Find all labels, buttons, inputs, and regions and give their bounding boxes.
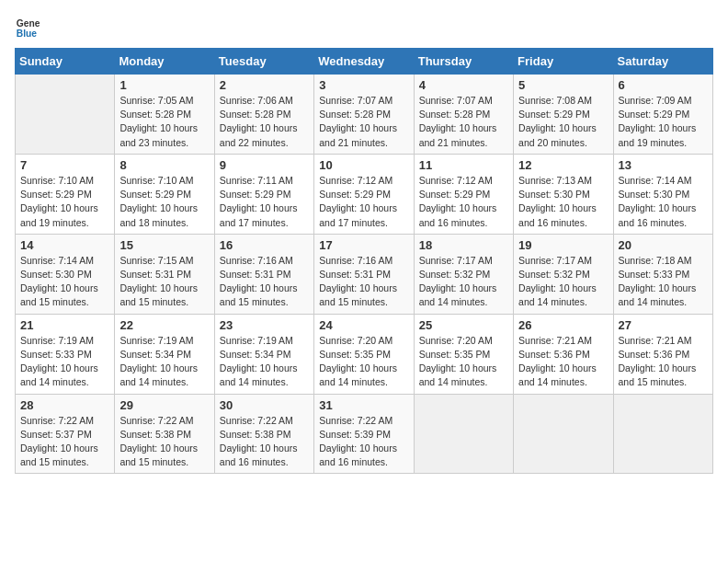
calendar-cell: 5Sunrise: 7:08 AM Sunset: 5:29 PM Daylig… bbox=[514, 75, 613, 155]
day-number: 18 bbox=[419, 238, 508, 252]
day-info: Sunrise: 7:22 AM Sunset: 5:38 PM Dayligh… bbox=[220, 414, 309, 470]
header-cell-tuesday: Tuesday bbox=[214, 49, 313, 75]
calendar-cell: 26Sunrise: 7:21 AM Sunset: 5:36 PM Dayli… bbox=[514, 314, 613, 394]
calendar-cell: 7Sunrise: 7:10 AM Sunset: 5:29 PM Daylig… bbox=[16, 154, 115, 234]
calendar-cell: 31Sunrise: 7:22 AM Sunset: 5:39 PM Dayli… bbox=[314, 394, 414, 474]
calendar-cell: 17Sunrise: 7:16 AM Sunset: 5:31 PM Dayli… bbox=[314, 234, 414, 314]
header: General Blue bbox=[15, 15, 713, 40]
day-number: 11 bbox=[419, 158, 508, 172]
week-row-3: 21Sunrise: 7:19 AM Sunset: 5:33 PM Dayli… bbox=[16, 314, 713, 394]
day-info: Sunrise: 7:22 AM Sunset: 5:38 PM Dayligh… bbox=[119, 414, 209, 470]
day-number: 10 bbox=[319, 158, 408, 172]
calendar-cell: 9Sunrise: 7:11 AM Sunset: 5:29 PM Daylig… bbox=[214, 154, 313, 234]
day-number: 28 bbox=[20, 398, 109, 412]
day-number: 8 bbox=[119, 158, 209, 172]
day-number: 30 bbox=[220, 398, 309, 412]
day-info: Sunrise: 7:09 AM Sunset: 5:29 PM Dayligh… bbox=[619, 94, 708, 150]
day-number: 6 bbox=[619, 78, 708, 92]
calendar-cell: 24Sunrise: 7:20 AM Sunset: 5:35 PM Dayli… bbox=[314, 314, 414, 394]
header-cell-monday: Monday bbox=[115, 49, 214, 75]
calendar-cell: 15Sunrise: 7:15 AM Sunset: 5:31 PM Dayli… bbox=[115, 234, 214, 314]
day-number: 17 bbox=[319, 238, 408, 252]
day-number: 9 bbox=[220, 158, 309, 172]
logo: General Blue bbox=[15, 15, 44, 40]
calendar-cell: 27Sunrise: 7:21 AM Sunset: 5:36 PM Dayli… bbox=[613, 314, 712, 394]
week-row-4: 28Sunrise: 7:22 AM Sunset: 5:37 PM Dayli… bbox=[16, 394, 713, 474]
day-number: 4 bbox=[419, 78, 508, 92]
day-number: 7 bbox=[20, 158, 109, 172]
day-number: 26 bbox=[518, 318, 608, 332]
calendar-cell: 25Sunrise: 7:20 AM Sunset: 5:35 PM Dayli… bbox=[414, 314, 513, 394]
day-number: 22 bbox=[119, 318, 209, 332]
day-number: 5 bbox=[518, 78, 608, 92]
calendar-cell bbox=[514, 394, 613, 474]
calendar-cell: 2Sunrise: 7:06 AM Sunset: 5:28 PM Daylig… bbox=[214, 75, 313, 155]
day-info: Sunrise: 7:11 AM Sunset: 5:29 PM Dayligh… bbox=[220, 174, 309, 230]
calendar-cell: 12Sunrise: 7:13 AM Sunset: 5:30 PM Dayli… bbox=[514, 154, 613, 234]
day-info: Sunrise: 7:05 AM Sunset: 5:28 PM Dayligh… bbox=[119, 94, 209, 150]
header-cell-friday: Friday bbox=[514, 49, 613, 75]
day-info: Sunrise: 7:14 AM Sunset: 5:30 PM Dayligh… bbox=[619, 174, 708, 230]
calendar-cell bbox=[16, 75, 115, 155]
day-number: 24 bbox=[319, 318, 408, 332]
week-row-1: 7Sunrise: 7:10 AM Sunset: 5:29 PM Daylig… bbox=[16, 154, 713, 234]
header-cell-sunday: Sunday bbox=[16, 49, 115, 75]
calendar-cell: 6Sunrise: 7:09 AM Sunset: 5:29 PM Daylig… bbox=[613, 75, 712, 155]
svg-text:General: General bbox=[17, 18, 40, 29]
day-info: Sunrise: 7:21 AM Sunset: 5:36 PM Dayligh… bbox=[619, 334, 708, 390]
day-info: Sunrise: 7:12 AM Sunset: 5:29 PM Dayligh… bbox=[419, 174, 508, 230]
day-info: Sunrise: 7:10 AM Sunset: 5:29 PM Dayligh… bbox=[20, 174, 109, 230]
day-info: Sunrise: 7:19 AM Sunset: 5:34 PM Dayligh… bbox=[119, 334, 209, 390]
day-info: Sunrise: 7:17 AM Sunset: 5:32 PM Dayligh… bbox=[419, 254, 508, 310]
calendar-cell: 4Sunrise: 7:07 AM Sunset: 5:28 PM Daylig… bbox=[414, 75, 513, 155]
calendar-cell: 11Sunrise: 7:12 AM Sunset: 5:29 PM Dayli… bbox=[414, 154, 513, 234]
header-cell-thursday: Thursday bbox=[414, 49, 513, 75]
day-info: Sunrise: 7:22 AM Sunset: 5:37 PM Dayligh… bbox=[20, 414, 109, 470]
calendar-table: SundayMondayTuesdayWednesdayThursdayFrid… bbox=[15, 48, 713, 474]
logo-icon: General Blue bbox=[15, 15, 40, 40]
header-row: SundayMondayTuesdayWednesdayThursdayFrid… bbox=[16, 49, 713, 75]
day-info: Sunrise: 7:18 AM Sunset: 5:33 PM Dayligh… bbox=[619, 254, 708, 310]
day-info: Sunrise: 7:10 AM Sunset: 5:29 PM Dayligh… bbox=[119, 174, 209, 230]
day-number: 27 bbox=[619, 318, 708, 332]
calendar-cell: 22Sunrise: 7:19 AM Sunset: 5:34 PM Dayli… bbox=[115, 314, 214, 394]
calendar-cell: 3Sunrise: 7:07 AM Sunset: 5:28 PM Daylig… bbox=[314, 75, 414, 155]
day-info: Sunrise: 7:20 AM Sunset: 5:35 PM Dayligh… bbox=[319, 334, 408, 390]
day-number: 31 bbox=[319, 398, 408, 412]
day-info: Sunrise: 7:21 AM Sunset: 5:36 PM Dayligh… bbox=[518, 334, 608, 390]
calendar-header: SundayMondayTuesdayWednesdayThursdayFrid… bbox=[16, 49, 713, 75]
day-info: Sunrise: 7:16 AM Sunset: 5:31 PM Dayligh… bbox=[220, 254, 309, 310]
calendar-body: 1Sunrise: 7:05 AM Sunset: 5:28 PM Daylig… bbox=[16, 75, 713, 474]
day-info: Sunrise: 7:22 AM Sunset: 5:39 PM Dayligh… bbox=[319, 414, 408, 470]
svg-text:Blue: Blue bbox=[17, 29, 38, 39]
day-info: Sunrise: 7:14 AM Sunset: 5:30 PM Dayligh… bbox=[20, 254, 109, 310]
calendar-cell: 16Sunrise: 7:16 AM Sunset: 5:31 PM Dayli… bbox=[214, 234, 313, 314]
day-info: Sunrise: 7:19 AM Sunset: 5:34 PM Dayligh… bbox=[220, 334, 309, 390]
week-row-0: 1Sunrise: 7:05 AM Sunset: 5:28 PM Daylig… bbox=[16, 75, 713, 155]
calendar-cell: 19Sunrise: 7:17 AM Sunset: 5:32 PM Dayli… bbox=[514, 234, 613, 314]
day-info: Sunrise: 7:08 AM Sunset: 5:29 PM Dayligh… bbox=[518, 94, 608, 150]
calendar-cell: 21Sunrise: 7:19 AM Sunset: 5:33 PM Dayli… bbox=[16, 314, 115, 394]
day-info: Sunrise: 7:13 AM Sunset: 5:30 PM Dayligh… bbox=[518, 174, 608, 230]
day-number: 25 bbox=[419, 318, 508, 332]
calendar-cell: 30Sunrise: 7:22 AM Sunset: 5:38 PM Dayli… bbox=[214, 394, 313, 474]
day-info: Sunrise: 7:20 AM Sunset: 5:35 PM Dayligh… bbox=[419, 334, 508, 390]
day-number: 1 bbox=[119, 78, 209, 92]
day-info: Sunrise: 7:15 AM Sunset: 5:31 PM Dayligh… bbox=[119, 254, 209, 310]
week-row-2: 14Sunrise: 7:14 AM Sunset: 5:30 PM Dayli… bbox=[16, 234, 713, 314]
calendar-cell: 23Sunrise: 7:19 AM Sunset: 5:34 PM Dayli… bbox=[214, 314, 313, 394]
calendar-cell: 8Sunrise: 7:10 AM Sunset: 5:29 PM Daylig… bbox=[115, 154, 214, 234]
day-number: 20 bbox=[619, 238, 708, 252]
calendar-cell: 13Sunrise: 7:14 AM Sunset: 5:30 PM Dayli… bbox=[613, 154, 712, 234]
day-number: 13 bbox=[619, 158, 708, 172]
day-number: 2 bbox=[220, 78, 309, 92]
day-number: 16 bbox=[220, 238, 309, 252]
day-number: 12 bbox=[518, 158, 608, 172]
calendar-cell: 14Sunrise: 7:14 AM Sunset: 5:30 PM Dayli… bbox=[16, 234, 115, 314]
day-info: Sunrise: 7:07 AM Sunset: 5:28 PM Dayligh… bbox=[319, 94, 408, 150]
day-info: Sunrise: 7:16 AM Sunset: 5:31 PM Dayligh… bbox=[319, 254, 408, 310]
calendar-cell bbox=[613, 394, 712, 474]
day-number: 15 bbox=[119, 238, 209, 252]
header-cell-wednesday: Wednesday bbox=[314, 49, 414, 75]
day-number: 3 bbox=[319, 78, 408, 92]
